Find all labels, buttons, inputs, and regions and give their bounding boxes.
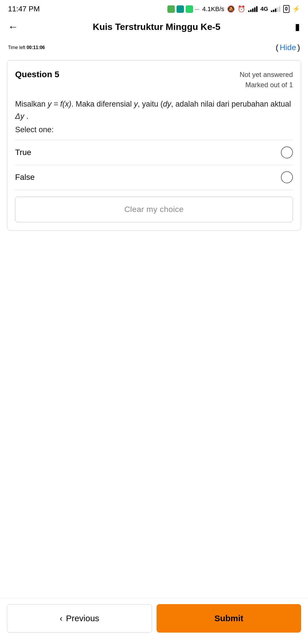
submit-label: Submit bbox=[214, 614, 244, 623]
timer-row: Time left 00:11:06 ( Hide ) bbox=[0, 38, 308, 57]
content-spacer bbox=[0, 233, 308, 598]
body-math-3: dy bbox=[163, 100, 171, 108]
app-icon-3 bbox=[186, 5, 193, 13]
back-button[interactable]: ← bbox=[8, 21, 18, 33]
network-type: 4G bbox=[260, 6, 268, 12]
timer-label: Time left bbox=[8, 45, 25, 50]
question-status-line2: Marked out of 1 bbox=[240, 80, 293, 90]
radio-true[interactable] bbox=[281, 146, 293, 158]
option-row-false[interactable]: False bbox=[15, 165, 293, 190]
option-label-true: True bbox=[15, 148, 31, 157]
chevron-left-icon: ‹ bbox=[60, 614, 62, 623]
battery-level: 0 bbox=[285, 6, 288, 12]
page-title: Kuis Terstruktur Minggu Ke-5 bbox=[23, 22, 290, 32]
body-math-2: y bbox=[134, 100, 138, 108]
option-label-false: False bbox=[15, 173, 35, 182]
question-header: Question 5 Not yet answered Marked out o… bbox=[15, 70, 293, 90]
alarm-icon: ⏰ bbox=[238, 5, 245, 13]
hide-link[interactable]: Hide bbox=[280, 43, 296, 52]
radio-false[interactable] bbox=[281, 171, 293, 183]
signal-bars-2 bbox=[271, 6, 280, 12]
status-time: 11:47 PM bbox=[8, 5, 40, 13]
open-paren: ( bbox=[276, 43, 278, 52]
body-text-1: Misalkan bbox=[15, 100, 48, 108]
body-text-3: , yaitu ( bbox=[138, 100, 163, 108]
close-paren: ) bbox=[297, 43, 300, 52]
status-right: ··· 4.1KB/s 🔕 ⏰ 4G 0 ⚡ bbox=[167, 5, 300, 13]
body-text-5: . bbox=[24, 112, 29, 121]
timer-display: Time left 00:11:06 bbox=[8, 45, 45, 50]
more-dots: ··· bbox=[195, 6, 200, 12]
signal-bars-1 bbox=[248, 6, 258, 12]
question-body: Misalkan y = f(x). Maka diferensial y, y… bbox=[15, 98, 293, 123]
body-text-4: , adalah nilai dari perubahan aktual bbox=[171, 100, 291, 108]
clear-choice-button[interactable]: Clear my choice bbox=[15, 197, 293, 222]
question-status-line1: Not yet answered bbox=[240, 70, 293, 80]
select-one-label: Select one: bbox=[15, 125, 293, 134]
question-card: Question 5 Not yet answered Marked out o… bbox=[7, 60, 301, 231]
body-math-1: y = f(x) bbox=[48, 100, 71, 108]
submit-button[interactable]: Submit bbox=[157, 604, 301, 633]
status-bar: 11:47 PM ··· 4.1KB/s 🔕 ⏰ 4G 0 ⚡ bbox=[0, 0, 308, 16]
previous-label: Previous bbox=[66, 614, 99, 623]
charging-icon: ⚡ bbox=[292, 5, 300, 13]
previous-button[interactable]: ‹ Previous bbox=[7, 604, 152, 633]
question-meta: Not yet answered Marked out of 1 bbox=[240, 70, 293, 90]
app-icon-1 bbox=[167, 5, 175, 13]
option-row-true[interactable]: True bbox=[15, 140, 293, 165]
header: ← Kuis Terstruktur Minggu Ke-5 ▮ bbox=[0, 16, 308, 38]
timer-value: 00:11:06 bbox=[27, 45, 45, 50]
battery-indicator: 0 bbox=[283, 5, 289, 13]
network-speed: 4.1KB/s bbox=[202, 5, 224, 13]
hide-control[interactable]: ( Hide ) bbox=[276, 43, 300, 52]
bookmark-button[interactable]: ▮ bbox=[295, 21, 300, 32]
app-icon-2 bbox=[177, 5, 184, 13]
mute-icon: 🔕 bbox=[227, 5, 235, 13]
body-text-2: . Maka diferensial bbox=[71, 100, 134, 108]
bottom-navigation: ‹ Previous Submit bbox=[0, 598, 308, 644]
body-math-4: Δy bbox=[15, 112, 24, 121]
question-number: Question 5 bbox=[15, 70, 59, 79]
status-icons: ··· bbox=[167, 5, 200, 13]
